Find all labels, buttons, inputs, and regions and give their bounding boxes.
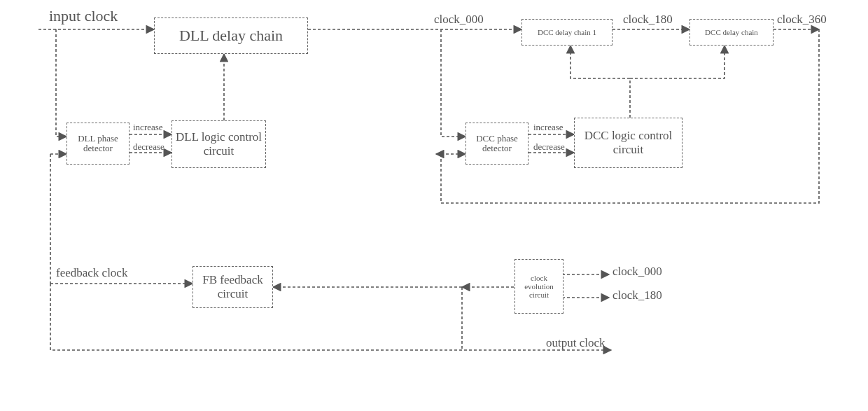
wires-layer <box>0 0 868 411</box>
label-decrease-dcc: decrease <box>533 142 565 152</box>
wire <box>441 29 465 137</box>
label-clock-180-b: clock_180 <box>612 288 662 302</box>
block-label: FB feedback circuit <box>196 273 270 302</box>
block-dll-phase-detector: DLL phase detector <box>66 123 130 165</box>
label-increase-dll: increase <box>133 123 163 132</box>
block-dcc-delay-chain-1: DCC delay chain 1 <box>522 19 612 46</box>
wire <box>56 29 66 137</box>
block-label: DLL logic control circuit <box>175 130 262 159</box>
label-output-clock: output clock <box>546 336 606 350</box>
block-dcc-delay-chain-2: DCC delay chain <box>690 19 774 46</box>
label-decrease-dll: decrease <box>133 142 164 152</box>
label-clock-360: clock_360 <box>777 13 827 27</box>
label-input-clock: input clock <box>49 7 118 25</box>
wire <box>436 29 819 203</box>
block-dll-logic-control: DLL logic control circuit <box>172 120 266 168</box>
block-fb-feedback: FB feedback circuit <box>192 266 273 308</box>
block-dll-delay-chain: DLL delay chain <box>154 18 308 54</box>
block-label: DLL phase detector <box>70 134 126 154</box>
block-dcc-phase-detector: DCC phase detector <box>465 123 528 165</box>
label-clock-000-b: clock_000 <box>612 265 662 279</box>
label-increase-dcc: increase <box>533 123 564 132</box>
block-label: clock evolution circuit <box>518 274 560 299</box>
block-label: DCC logic control circuit <box>578 129 679 158</box>
block-label: DLL delay chain <box>179 27 283 45</box>
block-label: DCC delay chain <box>705 28 758 36</box>
block-label: DCC phase detector <box>469 134 525 154</box>
wire <box>570 46 630 118</box>
diagram-root: { "labels": { "input_clock": "input cloc… <box>0 0 868 411</box>
label-feedback-clock: feedback clock <box>56 266 127 280</box>
label-clock-000: clock_000 <box>434 13 484 27</box>
block-label: DCC delay chain 1 <box>538 28 596 36</box>
label-clock-180: clock_180 <box>623 13 673 27</box>
block-dcc-logic-control: DCC logic control circuit <box>574 118 682 168</box>
wire <box>630 46 724 78</box>
block-clock-evolution: clock evolution circuit <box>514 259 564 314</box>
